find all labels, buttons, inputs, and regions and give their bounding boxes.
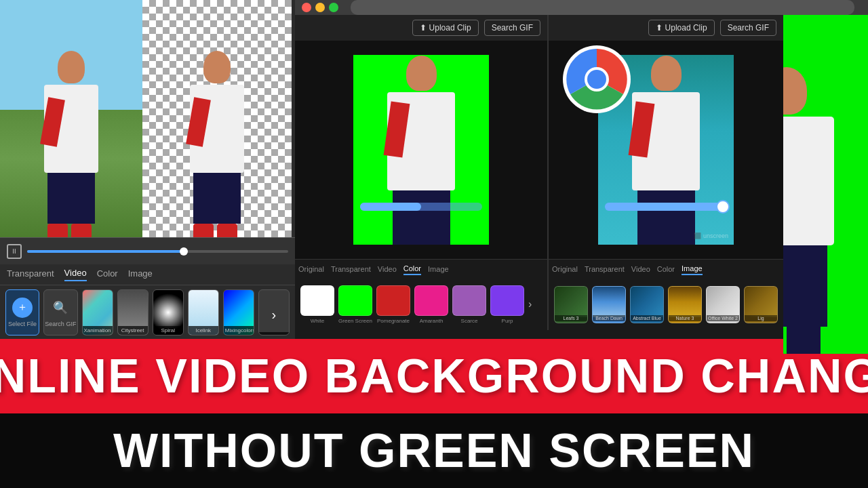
minimize-btn[interactable] <box>315 3 325 12</box>
browser-window-controls <box>302 3 338 12</box>
swatch-nature3-img <box>669 287 701 317</box>
swatch-white-color[interactable] <box>300 285 334 316</box>
video-progress-fill-left <box>360 203 421 211</box>
swatch-pomegranate: Pomegranate <box>376 285 410 324</box>
search-gif-button[interactable]: 🔍 Search GIF <box>43 289 77 336</box>
btab-transparent-right[interactable]: Transparent <box>585 265 625 274</box>
btab-image-right[interactable]: Image <box>682 264 703 275</box>
swatch-amaranth-label: Amaranth <box>420 318 443 324</box>
btab-video-right[interactable]: Video <box>631 265 650 274</box>
preview-original <box>0 0 142 237</box>
red-banner-text: ONLINE VIDEO BACKGROUND CHANGE <box>0 349 868 403</box>
thumbnail-label: Spiral <box>153 326 183 335</box>
swatch-nature3-label: Nature 3 <box>669 315 701 321</box>
upload-icon: ⬆ <box>420 23 427 33</box>
search-gif-button-left[interactable]: Search GIF <box>484 20 540 36</box>
more-icon: › <box>259 298 289 332</box>
right-green-panel <box>783 15 868 354</box>
browser-top-bar <box>295 0 868 15</box>
swatch-amaranth-color[interactable] <box>414 285 448 316</box>
video-progress-right <box>605 203 727 211</box>
tab-transparent[interactable]: Transparent <box>7 268 54 281</box>
thumbnail-citystreet[interactable]: Citystreet <box>117 289 149 336</box>
swatch-white: White <box>300 285 334 324</box>
swatch-purp-label: Purp <box>502 318 513 324</box>
background-tabs: Transparent Video Color Image <box>0 264 295 285</box>
swatch-lig[interactable]: Lig <box>744 286 778 323</box>
scrubber-thumb <box>180 247 188 256</box>
swatch-abstractblue-label: Abstract Blue <box>631 315 663 321</box>
swatch-white-label: White <box>311 318 324 324</box>
swatch-officewhite2-label: Office White 2 <box>707 315 739 321</box>
upload-clip-button-left[interactable]: ⬆ Upload Clip <box>412 20 479 36</box>
video-preview-left <box>295 41 547 259</box>
upload-clip-button-right[interactable]: ⬆ Upload Clip <box>648 20 715 36</box>
btab-video-left[interactable]: Video <box>378 265 397 274</box>
panel-toolbar-left: ⬆ Upload Clip Search GIF <box>295 15 547 41</box>
close-btn[interactable] <box>302 3 311 12</box>
bottom-section: ONLINE VIDEO BACKGROUND CHANGE WITHOUT G… <box>0 339 868 488</box>
address-bar[interactable] <box>351 0 854 15</box>
swatch-purp: Purp <box>490 285 524 324</box>
swatch-greenscreen-color[interactable] <box>338 285 372 316</box>
btab-transparent-left[interactable]: Transparent <box>331 265 371 274</box>
swatches-next-arrow[interactable]: › <box>528 298 542 312</box>
select-file-button[interactable]: ＋ Select File <box>5 289 39 336</box>
thumbnail-mixingcolors[interactable]: Mixingcolors <box>223 289 254 336</box>
thumbnail-spiral[interactable]: Spiral <box>153 289 184 336</box>
video-preview-area <box>0 0 295 237</box>
btab-original-left[interactable]: Original <box>298 265 324 274</box>
swatch-greenscreen-label: Green Screen <box>338 318 372 324</box>
thumbnail-more[interactable]: › <box>258 289 290 336</box>
chrome-logo-svg <box>559 42 634 117</box>
thumbnail-label: Xanimation <box>83 326 113 335</box>
swatch-officewhite2-img <box>707 287 739 317</box>
thumbnail-icelink[interactable]: Icelink <box>188 289 219 336</box>
search-icon: 🔍 <box>50 298 71 318</box>
tools-row: ＋ Select File 🔍 Search GIF Xanimation Ci… <box>0 285 295 339</box>
swatch-pomegranate-color[interactable] <box>376 285 410 316</box>
swatch-abstractblue-img <box>631 287 663 317</box>
swatch-amaranth: Amaranth <box>414 285 448 324</box>
search-gif-button-right[interactable]: Search GIF <box>720 20 776 36</box>
black-banner: WITHOUT GREEN SCREEN <box>0 413 868 488</box>
btab-original-right[interactable]: Original <box>552 265 578 274</box>
swatch-purp-color[interactable] <box>490 285 524 316</box>
swatch-leafs3-img <box>555 287 587 317</box>
btab-image-left[interactable]: Image <box>428 265 449 274</box>
swatch-leafs3[interactable]: Leafs 3 <box>554 286 588 323</box>
btab-color-left[interactable]: Color <box>403 264 421 275</box>
swatch-scarce-color[interactable] <box>452 285 486 316</box>
thumbnail-label: Citystreet <box>118 326 148 335</box>
swatch-lig-label: Lig <box>745 315 777 321</box>
image-swatches: Leafs 3 Beach Dawn Abstract Blue Nature … <box>549 279 783 330</box>
swatch-beachdawn-img <box>593 287 625 317</box>
scrubber-fill <box>27 250 184 253</box>
thumbnail-label: Mixingcolors <box>224 326 254 335</box>
pause-button[interactable]: ⏸ <box>7 244 22 259</box>
btab-color-right[interactable]: Color <box>657 265 675 274</box>
plus-icon: ＋ <box>12 298 33 318</box>
person-green-bg <box>783 22 868 354</box>
video-progress-fill-right <box>605 203 726 211</box>
swatch-officewhite2[interactable]: Office White 2 <box>706 286 740 323</box>
swatch-lig-img <box>745 287 777 317</box>
swatch-scarce: Scarce <box>452 285 486 324</box>
search-gif-label: Search GIF <box>45 321 76 327</box>
scrubber[interactable] <box>27 250 288 253</box>
maximize-btn[interactable] <box>329 3 338 12</box>
thumbnail-xanimation[interactable]: Xanimation <box>82 289 113 336</box>
swatch-beachdawn[interactable]: Beach Dawn <box>592 286 626 323</box>
tab-color[interactable]: Color <box>97 268 118 281</box>
swatch-abstractblue[interactable]: Abstract Blue <box>630 286 664 323</box>
unscreen-panel-left: ⬆ Upload Clip Search GIF <box>295 15 549 330</box>
browser-tabs-right: Original Transparent Video Color Image <box>549 259 783 279</box>
timeline-bar: ⏸ <box>0 237 295 264</box>
tab-image[interactable]: Image <box>128 268 153 281</box>
swatch-scarce-label: Scarce <box>461 318 478 324</box>
tab-video[interactable]: Video <box>64 268 87 281</box>
browser-content-area: ⬆ Upload Clip Search GIF <box>295 15 868 354</box>
swatch-beachdawn-label: Beach Dawn <box>593 315 625 321</box>
swatch-nature3[interactable]: Nature 3 <box>668 286 702 323</box>
panel-toolbar-right: ⬆ Upload Clip Search GIF <box>549 15 783 41</box>
